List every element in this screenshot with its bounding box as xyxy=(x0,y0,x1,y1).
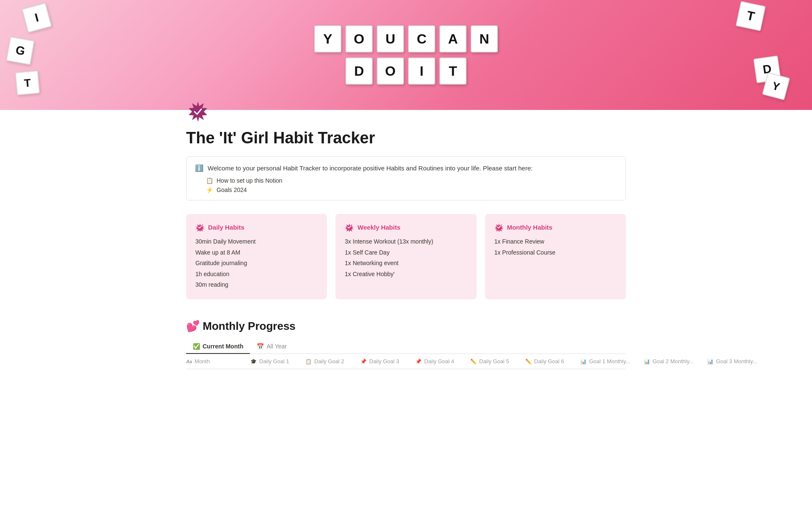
monthly-items: 1x Finance Review 1x Professional Course xyxy=(494,238,617,257)
weekly-item-2: 1x Networking event xyxy=(345,259,467,268)
bolt-icon: ⚡ xyxy=(206,186,213,193)
th-dg4: 📌 Daily Goal 4 xyxy=(410,358,465,364)
daily-badge-icon xyxy=(195,222,205,232)
monthly-habits-card: Monthly Habits 1x Finance Review 1x Prof… xyxy=(485,214,626,299)
hero-tile-c: C xyxy=(408,25,435,52)
th-month-icon: Aa xyxy=(186,359,192,364)
daily-items: 30min Daily Movement Wake up at 8 AM Gra… xyxy=(195,238,318,289)
monthly-item-0: 1x Finance Review xyxy=(494,238,617,246)
hero-tile-t: T xyxy=(439,58,466,85)
scattered-tile: Y xyxy=(762,72,790,100)
badge-svg xyxy=(186,100,210,123)
th-dg1-label: Daily Goal 1 xyxy=(259,358,289,364)
daily-card-title: Daily Habits xyxy=(208,224,244,231)
hero-tile-a: A xyxy=(439,25,466,52)
all-year-tab-icon: 📅 xyxy=(257,343,264,350)
scattered-tile: T xyxy=(735,1,765,31)
th-dg3-icon: 📌 xyxy=(360,359,367,364)
hero-banner: I G T T D Y Y O U C A N D O I T xyxy=(0,0,812,110)
th-g1m: 📊 Goal 1 Monthly... xyxy=(575,358,639,364)
hero-tile-d: D xyxy=(346,58,373,85)
monthly-card-title: Monthly Habits xyxy=(507,224,553,231)
th-g3m-icon: 📊 xyxy=(707,359,713,364)
hero-tile-u: U xyxy=(377,25,404,52)
th-dg3-label: Daily Goal 3 xyxy=(369,358,399,364)
goals-link-label: Goals 2024 xyxy=(217,186,247,193)
current-month-tab-label: Current Month xyxy=(203,343,243,350)
setup-link-label: How to set up this Notion xyxy=(217,177,283,184)
weekly-card-title: Weekly Habits xyxy=(357,224,400,231)
th-month: Aa Month xyxy=(186,358,245,364)
hero-tile-o: O xyxy=(346,25,373,52)
hero-tile-o2: O xyxy=(377,58,404,85)
th-dg1-icon: 🎓 xyxy=(250,359,257,364)
th-g2m-icon: 📊 xyxy=(644,359,650,364)
setup-link[interactable]: 📋 How to set up this Notion xyxy=(206,177,617,184)
all-year-tab-label: All Year xyxy=(266,343,286,350)
weekly-badge-icon xyxy=(345,222,354,232)
hero-tile-i: I xyxy=(408,58,435,85)
th-dg6: ✏️ Daily Goal 6 xyxy=(520,358,575,364)
scattered-tile: I xyxy=(22,3,52,33)
daily-item-4: 30m reading xyxy=(195,281,318,289)
monthly-item-1: 1x Professional Course xyxy=(494,249,617,257)
info-header: ℹ️ Welcome to your personal Habit Tracke… xyxy=(195,164,617,173)
page-content: The 'It' Girl Habit Tracker ℹ️ Welcome t… xyxy=(152,100,660,369)
tab-all-year[interactable]: 📅 All Year xyxy=(250,340,293,354)
th-g3m-label: Goal 3 Monthly... xyxy=(716,358,757,364)
th-g1m-icon: 📊 xyxy=(580,359,587,364)
hero-tiles: Y O U C A N D O I T xyxy=(314,25,498,85)
daily-item-0: 30min Daily Movement xyxy=(195,238,318,246)
th-dg5-label: Daily Goal 5 xyxy=(479,358,509,364)
weekly-habits-card: Weekly Habits 3x Intense Workout (13x mo… xyxy=(335,214,476,299)
card-title-row: Weekly Habits xyxy=(345,222,467,232)
badge-icon-wrapper xyxy=(186,100,210,123)
th-g3m: 📊 Goal 3 Monthly... xyxy=(702,358,765,364)
weekly-item-3: 1x Creative Hobby' xyxy=(345,270,467,279)
section-title: 💕 Monthly Progress xyxy=(186,320,626,333)
goals-link[interactable]: ⚡ Goals 2024 xyxy=(206,186,617,193)
hero-tile-y: Y xyxy=(314,25,341,52)
th-dg2-label: Daily Goal 2 xyxy=(314,358,344,364)
th-g2m-label: Goal 2 Monthly... xyxy=(653,358,694,364)
monthly-badge-icon xyxy=(494,222,504,232)
hero-tile-n: N xyxy=(471,25,498,52)
tile-row-1: Y O U C A N xyxy=(314,25,498,52)
table-header: Aa Month 🎓 Daily Goal 1 📋 Daily Goal 2 📌… xyxy=(186,354,626,369)
th-dg3: 📌 Daily Goal 3 xyxy=(355,358,410,364)
daily-item-3: 1h education xyxy=(195,270,318,279)
th-dg6-label: Daily Goal 6 xyxy=(534,358,564,364)
tab-current-month[interactable]: ✅ Current Month xyxy=(186,340,250,354)
th-g2m: 📊 Goal 2 Monthly... xyxy=(639,358,702,364)
card-title-row: Daily Habits xyxy=(195,222,318,232)
th-dg4-icon: 📌 xyxy=(415,359,422,364)
habit-cards: Daily Habits 30min Daily Movement Wake u… xyxy=(186,214,626,299)
th-dg2: 📋 Daily Goal 2 xyxy=(300,358,355,364)
weekly-item-0: 3x Intense Workout (13x monthly) xyxy=(345,238,467,246)
info-text: Welcome to your personal Habit Tracker t… xyxy=(208,164,532,173)
th-dg5: ✏️ Daily Goal 5 xyxy=(465,358,520,364)
th-dg5-icon: ✏️ xyxy=(470,359,477,364)
weekly-items: 3x Intense Workout (13x monthly) 1x Self… xyxy=(345,238,467,278)
monthly-progress-section: 💕 Monthly Progress ✅ Current Month 📅 All… xyxy=(186,320,626,369)
current-month-tab-icon: ✅ xyxy=(193,343,200,350)
scattered-tile: G xyxy=(6,36,35,65)
info-box: ℹ️ Welcome to your personal Habit Tracke… xyxy=(186,156,626,201)
daily-habits-card: Daily Habits 30min Daily Movement Wake u… xyxy=(186,214,327,299)
th-dg4-label: Daily Goal 4 xyxy=(424,358,454,364)
folder-icon: 📋 xyxy=(206,177,213,184)
page-icon xyxy=(186,100,626,123)
page-title: The 'It' Girl Habit Tracker xyxy=(186,129,626,148)
th-dg6-icon: ✏️ xyxy=(525,359,532,364)
weekly-item-1: 1x Self Care Day xyxy=(345,249,467,257)
th-dg2-icon: 📋 xyxy=(305,359,312,364)
info-links: 📋 How to set up this Notion ⚡ Goals 2024 xyxy=(206,177,617,193)
daily-item-1: Wake up at 8 AM xyxy=(195,249,318,257)
progress-tabs: ✅ Current Month 📅 All Year xyxy=(186,340,626,354)
th-month-label: Month xyxy=(195,358,210,364)
th-dg1: 🎓 Daily Goal 1 xyxy=(245,358,300,364)
th-g1m-label: Goal 1 Monthly... xyxy=(589,358,630,364)
info-circle-icon: ℹ️ xyxy=(195,164,203,172)
scattered-tile: T xyxy=(15,71,40,96)
daily-item-2: Gratitude journaling xyxy=(195,259,318,268)
